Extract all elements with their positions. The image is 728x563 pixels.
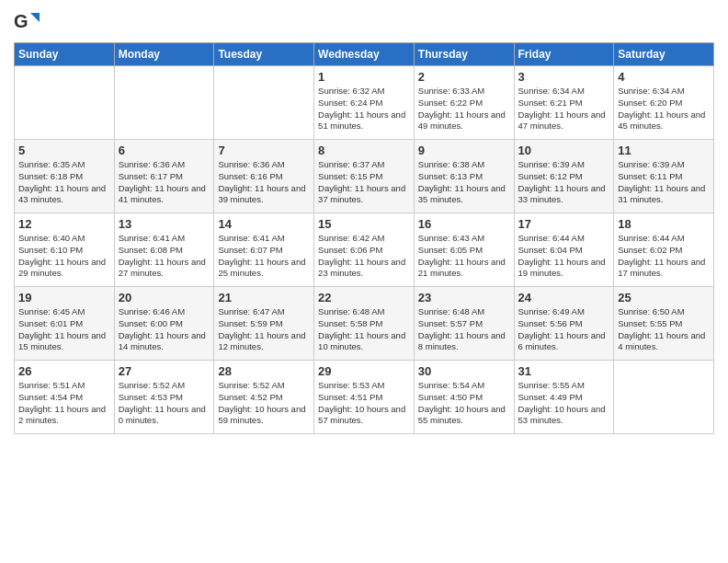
day-info: Sunrise: 6:36 AM Sunset: 6:16 PM Dayligh… [218, 159, 310, 206]
calendar-cell: 8Sunrise: 6:37 AM Sunset: 6:15 PM Daylig… [314, 140, 415, 213]
day-number: 4 [618, 70, 710, 84]
calendar-cell: 17Sunrise: 6:44 AM Sunset: 6:04 PM Dayli… [514, 213, 614, 287]
day-info: Sunrise: 5:54 AM Sunset: 4:50 PM Dayligh… [418, 380, 510, 427]
calendar-page: G SundayMondayTuesdayWednesdayThursdayFr… [0, 0, 728, 563]
day-info: Sunrise: 6:36 AM Sunset: 6:17 PM Dayligh… [119, 159, 210, 206]
day-number: 22 [318, 291, 410, 304]
day-info: Sunrise: 5:51 AM Sunset: 4:54 PM Dayligh… [18, 380, 110, 427]
svg-marker-1 [30, 13, 40, 22]
calendar-cell: 24Sunrise: 6:49 AM Sunset: 5:56 PM Dayli… [514, 287, 614, 361]
day-info: Sunrise: 5:53 AM Sunset: 4:51 PM Dayligh… [318, 380, 410, 427]
day-number: 6 [119, 144, 210, 157]
calendar-cell [614, 361, 714, 434]
calendar-cell [114, 66, 214, 140]
calendar-cell: 23Sunrise: 6:48 AM Sunset: 5:57 PM Dayli… [414, 287, 514, 361]
weekday-header-row: SundayMondayTuesdayWednesdayThursdayFrid… [15, 43, 714, 66]
calendar-cell: 9Sunrise: 6:38 AM Sunset: 6:13 PM Daylig… [414, 140, 514, 213]
calendar-table: SundayMondayTuesdayWednesdayThursdayFrid… [14, 42, 714, 434]
calendar-cell: 25Sunrise: 6:50 AM Sunset: 5:55 PM Dayli… [614, 287, 714, 361]
day-info: Sunrise: 6:47 AM Sunset: 5:59 PM Dayligh… [218, 306, 310, 353]
calendar-cell: 29Sunrise: 5:53 AM Sunset: 4:51 PM Dayli… [314, 361, 415, 434]
day-info: Sunrise: 6:39 AM Sunset: 6:11 PM Dayligh… [618, 159, 710, 206]
logo: G [14, 9, 43, 35]
weekday-header-sunday: Sunday [15, 43, 115, 66]
day-number: 24 [518, 291, 610, 304]
calendar-cell: 10Sunrise: 6:39 AM Sunset: 6:12 PM Dayli… [514, 140, 614, 213]
day-info: Sunrise: 6:48 AM Sunset: 5:57 PM Dayligh… [418, 306, 510, 353]
calendar-cell: 31Sunrise: 5:55 AM Sunset: 4:49 PM Dayli… [514, 361, 614, 434]
day-info: Sunrise: 6:40 AM Sunset: 6:10 PM Dayligh… [18, 233, 110, 280]
day-number: 2 [418, 70, 510, 84]
calendar-cell: 2Sunrise: 6:33 AM Sunset: 6:22 PM Daylig… [414, 66, 514, 140]
calendar-cell: 28Sunrise: 5:52 AM Sunset: 4:52 PM Dayli… [214, 361, 314, 434]
day-number: 7 [218, 144, 310, 157]
day-info: Sunrise: 6:41 AM Sunset: 6:07 PM Dayligh… [218, 233, 310, 280]
day-info: Sunrise: 6:46 AM Sunset: 6:00 PM Dayligh… [119, 306, 210, 353]
weekday-header-tuesday: Tuesday [214, 43, 314, 66]
day-number: 10 [518, 144, 610, 157]
day-info: Sunrise: 5:52 AM Sunset: 4:53 PM Dayligh… [119, 380, 210, 427]
weekday-header-wednesday: Wednesday [314, 43, 415, 66]
calendar-cell: 3Sunrise: 6:34 AM Sunset: 6:21 PM Daylig… [514, 66, 614, 140]
day-info: Sunrise: 6:38 AM Sunset: 6:13 PM Dayligh… [418, 159, 510, 206]
day-number: 5 [18, 144, 110, 157]
calendar-cell: 1Sunrise: 6:32 AM Sunset: 6:24 PM Daylig… [314, 66, 415, 140]
day-number: 3 [518, 70, 610, 84]
calendar-week-2: 5Sunrise: 6:35 AM Sunset: 6:18 PM Daylig… [15, 140, 714, 213]
day-info: Sunrise: 6:37 AM Sunset: 6:15 PM Dayligh… [318, 159, 410, 206]
logo-icon: G [14, 9, 40, 35]
calendar-week-4: 19Sunrise: 6:45 AM Sunset: 6:01 PM Dayli… [15, 287, 714, 361]
day-number: 12 [18, 217, 110, 231]
day-info: Sunrise: 6:44 AM Sunset: 6:04 PM Dayligh… [518, 233, 610, 280]
calendar-cell: 6Sunrise: 6:36 AM Sunset: 6:17 PM Daylig… [114, 140, 214, 213]
day-info: Sunrise: 6:34 AM Sunset: 6:20 PM Dayligh… [618, 86, 710, 132]
day-number: 19 [18, 291, 110, 304]
calendar-cell: 13Sunrise: 6:41 AM Sunset: 6:08 PM Dayli… [114, 213, 214, 287]
weekday-header-thursday: Thursday [414, 43, 514, 66]
day-info: Sunrise: 6:32 AM Sunset: 6:24 PM Dayligh… [318, 86, 410, 132]
day-number: 17 [518, 217, 610, 231]
day-number: 20 [119, 291, 210, 304]
day-info: Sunrise: 6:35 AM Sunset: 6:18 PM Dayligh… [18, 159, 110, 206]
day-info: Sunrise: 6:45 AM Sunset: 6:01 PM Dayligh… [18, 306, 110, 353]
day-number: 28 [218, 364, 310, 378]
day-number: 18 [618, 217, 710, 231]
day-number: 21 [218, 291, 310, 304]
weekday-header-monday: Monday [114, 43, 214, 66]
day-number: 29 [318, 364, 410, 378]
calendar-cell: 7Sunrise: 6:36 AM Sunset: 6:16 PM Daylig… [214, 140, 314, 213]
day-number: 14 [218, 217, 310, 231]
calendar-cell: 22Sunrise: 6:48 AM Sunset: 5:58 PM Dayli… [314, 287, 415, 361]
day-number: 27 [119, 364, 210, 378]
calendar-cell: 30Sunrise: 5:54 AM Sunset: 4:50 PM Dayli… [414, 361, 514, 434]
day-info: Sunrise: 6:44 AM Sunset: 6:02 PM Dayligh… [618, 233, 710, 280]
day-info: Sunrise: 5:52 AM Sunset: 4:52 PM Dayligh… [218, 380, 310, 427]
calendar-cell: 20Sunrise: 6:46 AM Sunset: 6:00 PM Dayli… [114, 287, 214, 361]
calendar-cell: 14Sunrise: 6:41 AM Sunset: 6:07 PM Dayli… [214, 213, 314, 287]
day-info: Sunrise: 6:34 AM Sunset: 6:21 PM Dayligh… [518, 86, 610, 132]
calendar-cell: 15Sunrise: 6:42 AM Sunset: 6:06 PM Dayli… [314, 213, 415, 287]
day-number: 1 [318, 70, 410, 84]
calendar-week-1: 1Sunrise: 6:32 AM Sunset: 6:24 PM Daylig… [15, 66, 714, 140]
weekday-header-friday: Friday [514, 43, 614, 66]
day-info: Sunrise: 6:39 AM Sunset: 6:12 PM Dayligh… [518, 159, 610, 206]
day-info: Sunrise: 6:43 AM Sunset: 6:05 PM Dayligh… [418, 233, 510, 280]
day-number: 31 [518, 364, 610, 378]
day-info: Sunrise: 5:55 AM Sunset: 4:49 PM Dayligh… [518, 380, 610, 427]
calendar-week-5: 26Sunrise: 5:51 AM Sunset: 4:54 PM Dayli… [15, 361, 714, 434]
day-number: 8 [318, 144, 410, 157]
day-number: 15 [318, 217, 410, 231]
day-info: Sunrise: 6:48 AM Sunset: 5:58 PM Dayligh… [318, 306, 410, 353]
calendar-cell [15, 66, 115, 140]
day-info: Sunrise: 6:42 AM Sunset: 6:06 PM Dayligh… [318, 233, 410, 280]
calendar-cell: 18Sunrise: 6:44 AM Sunset: 6:02 PM Dayli… [614, 213, 714, 287]
day-info: Sunrise: 6:41 AM Sunset: 6:08 PM Dayligh… [119, 233, 210, 280]
calendar-cell: 26Sunrise: 5:51 AM Sunset: 4:54 PM Dayli… [15, 361, 115, 434]
calendar-cell: 21Sunrise: 6:47 AM Sunset: 5:59 PM Dayli… [214, 287, 314, 361]
day-number: 25 [618, 291, 710, 304]
calendar-cell: 19Sunrise: 6:45 AM Sunset: 6:01 PM Dayli… [15, 287, 115, 361]
calendar-cell: 4Sunrise: 6:34 AM Sunset: 6:20 PM Daylig… [614, 66, 714, 140]
calendar-cell: 5Sunrise: 6:35 AM Sunset: 6:18 PM Daylig… [15, 140, 115, 213]
calendar-cell [214, 66, 314, 140]
day-number: 23 [418, 291, 510, 304]
